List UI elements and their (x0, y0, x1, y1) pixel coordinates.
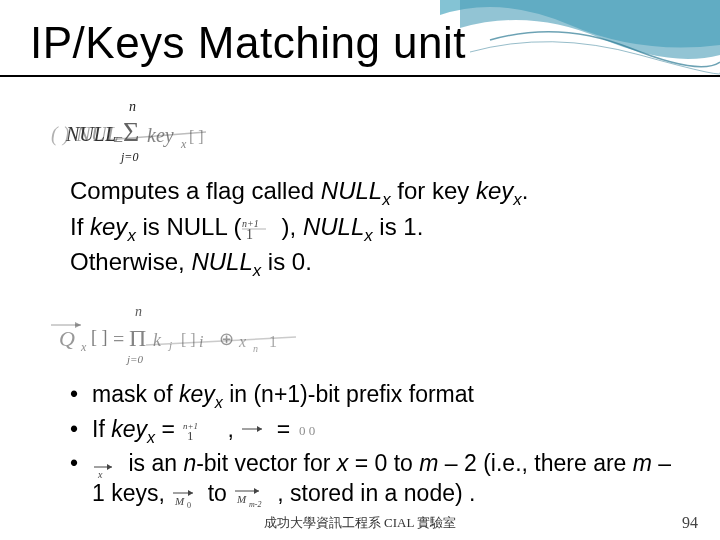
page-number: 94 (682, 514, 698, 532)
svg-text:Π: Π (129, 325, 146, 351)
bullet-vector-desc: • x is an n-bit vector for x = 0 to m – … (70, 449, 690, 509)
svg-text:n: n (129, 99, 136, 114)
svg-text:⊕: ⊕ (219, 329, 234, 349)
svg-text:M: M (174, 495, 185, 507)
svg-text:n: n (135, 304, 142, 319)
svg-text:x: x (80, 340, 87, 354)
formula-q-vector: Q x [ ] = n Π j=0 k j [ ] i ⊕ x n 1 (50, 300, 350, 370)
svg-text:0: 0 (187, 501, 191, 508)
svg-text:m-2: m-2 (249, 500, 261, 508)
svg-text:1: 1 (269, 333, 277, 350)
svg-text:M: M (236, 493, 247, 505)
bullet-mask: • mask of keyx in (n+1)-bit prefix forma… (70, 380, 690, 413)
svg-text:Q: Q (59, 326, 75, 351)
svg-text:NULL: NULL (65, 123, 116, 145)
footer-text: 成功大學資訊工程系 CIAL 實驗室 (264, 514, 456, 532)
svg-text:0 0: 0 0 (299, 423, 315, 438)
svg-marker-35 (257, 426, 262, 432)
svg-text:[ ]: [ ] (189, 128, 204, 145)
svg-text:[ ]: [ ] (91, 327, 108, 347)
svg-marker-45 (254, 488, 259, 494)
svg-text:[ ]: [ ] (181, 331, 196, 348)
svg-text:j: j (167, 339, 172, 351)
svg-marker-38 (107, 464, 112, 470)
bullet-list: • mask of keyx in (n+1)-bit prefix forma… (70, 380, 690, 511)
svg-text:Σ: Σ (123, 116, 139, 147)
title-underline (0, 75, 720, 77)
svg-text:x: x (97, 469, 103, 478)
svg-marker-16 (75, 322, 81, 328)
svg-text:=: = (113, 328, 124, 350)
svg-text:1: 1 (187, 428, 194, 441)
svg-marker-41 (188, 490, 193, 496)
svg-text:n: n (253, 343, 258, 354)
svg-text:j=0: j=0 (125, 353, 143, 365)
svg-text:x: x (180, 137, 187, 151)
svg-text:k: k (153, 330, 162, 350)
paragraph-null-description: Computes a flag called NULLx for key key… (70, 175, 650, 282)
formula-null: ( ) NUL NULL n Σ j=0 key x [ ] = (50, 95, 250, 170)
bullet-if-key: • If keyx = n+11 , = 0 0 (70, 415, 690, 448)
svg-text:x: x (238, 333, 246, 350)
svg-text:j=0: j=0 (119, 150, 138, 164)
slide-title: IP/Keys Matching unit (30, 18, 466, 68)
